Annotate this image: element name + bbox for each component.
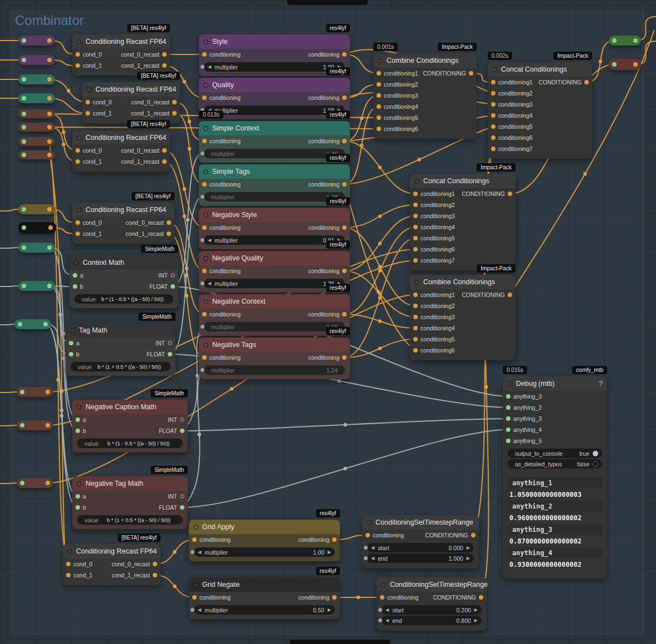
conditioning3-input-dot[interactable]	[413, 214, 418, 218]
conditioning-output-dot[interactable]	[342, 95, 347, 100]
widget-multiplier[interactable]: ◀multiplier1.26▶	[204, 279, 345, 288]
node-conditioning-recast-fp64[interactable]: [BETA] res4lyfConditioning Recast FP64co…	[72, 34, 170, 76]
conditioning-input-dot[interactable]	[192, 595, 197, 600]
conditioning1-input-dot[interactable]	[413, 192, 418, 196]
collapse-dot[interactable]	[203, 299, 208, 304]
collapsed-node-p5[interactable]	[18, 109, 55, 118]
output-slot[interactable]	[46, 390, 50, 394]
anything_3-input-dot[interactable]	[506, 394, 510, 399]
b-input-dot[interactable]	[73, 284, 77, 289]
widget-value[interactable]: valueb * (1 - 0.5 * ((a - 50) / 50))	[77, 439, 183, 448]
node-header[interactable]: Conditioning Recast FP64	[72, 34, 170, 49]
collapse-dot[interactable]	[70, 328, 75, 333]
collapse-dot[interactable]	[414, 179, 419, 184]
collapse-dot[interactable]	[22, 207, 26, 212]
conditioning3-input-dot[interactable]	[413, 315, 418, 319]
node-header[interactable]: Concat Conditionings	[488, 62, 592, 77]
conditioning5-input-dot[interactable]	[413, 236, 418, 240]
node-header[interactable]: Simple Tags	[199, 164, 350, 179]
node-context-math[interactable]: SimpleMathContext MathaINTbFLOATvalueb *…	[69, 255, 178, 308]
collapse-dot[interactable]	[18, 322, 22, 326]
node-conditioningsettimesteprange[interactable]: ConditioningSetTimestepRangeconditioning…	[362, 515, 479, 568]
node-header[interactable]: Combine Conditionings	[373, 53, 477, 68]
conditioning3-input-dot[interactable]	[491, 102, 495, 107]
node-header[interactable]: Negative Tags	[199, 338, 350, 352]
output-slot[interactable]	[47, 207, 52, 212]
collapse-dot[interactable]	[20, 390, 24, 394]
widget-input-dot[interactable]	[201, 65, 204, 69]
output-slot[interactable]	[633, 62, 638, 67]
output-slot[interactable]	[633, 38, 638, 43]
collapse-dot[interactable]	[203, 39, 208, 44]
cond_1-input-dot[interactable]	[66, 573, 71, 577]
conditioning6-input-dot[interactable]	[491, 135, 495, 140]
toggle-knob[interactable]	[593, 451, 598, 456]
stepper-decrement[interactable]: ◀	[198, 550, 201, 555]
collapse-dot[interactable]	[193, 582, 198, 587]
collapse-dot[interactable]	[87, 87, 92, 92]
collapse-dot[interactable]	[203, 213, 208, 218]
collapsed-node-p13[interactable]	[14, 319, 51, 329]
node-header[interactable]: Grid Apply	[189, 520, 340, 534]
conditioning1-input-dot[interactable]	[413, 293, 418, 297]
collapse-dot[interactable]	[77, 405, 82, 410]
collapse-dot[interactable]	[381, 582, 386, 587]
collapse-dot[interactable]	[22, 96, 26, 100]
widget-multiplier[interactable]: ◀multiplier1.00▶	[204, 62, 345, 72]
node-header[interactable]: Negative Caption Math	[72, 400, 188, 414]
widget-input-dot[interactable]	[378, 608, 382, 612]
node-header[interactable]: Negative Context	[199, 294, 350, 309]
widget-input-dot[interactable]	[201, 238, 204, 242]
widget-multiplier[interactable]: ◀multiplier1.08▶	[204, 105, 345, 115]
FLOAT-output-dot[interactable]	[171, 284, 175, 289]
INT-output-dot[interactable]	[180, 494, 184, 499]
conditioning-output-dot[interactable]	[332, 537, 337, 542]
widget-value[interactable]: valueb * (1 + 0.5 * ((a - 50) / 50))	[71, 362, 171, 371]
widget-value[interactable]: valueb * (1 + 0.5 * ((a - 50) / 50))	[77, 515, 183, 525]
widget-multiplier[interactable]: multiplier1.28	[204, 192, 345, 202]
conditioning6-input-dot[interactable]	[413, 348, 418, 353]
cond_0_recast-output-dot[interactable]	[162, 148, 167, 153]
cond_0-input-dot[interactable]	[86, 100, 90, 104]
conditioning-output-dot[interactable]	[342, 269, 347, 273]
node-grid-apply[interactable]: res4lyfGrid Applyconditioningconditionin…	[189, 520, 340, 561]
collapse-dot[interactable]	[367, 520, 372, 525]
node-grid-negate[interactable]: res4lyfGrid Negateconditioningconditioni…	[189, 577, 340, 619]
stepper-decrement[interactable]: ◀	[371, 545, 374, 550]
collapsed-node-p15[interactable]	[17, 420, 53, 430]
conditioning3-input-dot[interactable]	[377, 93, 381, 98]
collapse-dot[interactable]	[22, 225, 26, 230]
output-slot[interactable]	[47, 96, 52, 100]
widget-output_to_console[interactable]: output_to_consoletrue	[508, 449, 602, 458]
FLOAT-output-dot[interactable]	[180, 429, 184, 433]
collapse-dot[interactable]	[378, 58, 383, 63]
conditioning1-input-dot[interactable]	[491, 80, 495, 84]
cond_1-input-dot[interactable]	[76, 232, 80, 236]
node-concat-conditionings[interactable]: 0.002sImpact-PackConcat Conditioningscon…	[488, 62, 592, 159]
widget-multiplier[interactable]: multiplier1.40	[204, 149, 345, 158]
collapsed-node-p2[interactable]	[18, 55, 55, 65]
cond_0-input-dot[interactable]	[76, 52, 80, 57]
stepper-decrement[interactable]: ◀	[208, 281, 211, 286]
node-negative-caption-math[interactable]: SimpleMathNegative Caption MathaINTbFLOA…	[72, 400, 188, 452]
cond_1-input-dot[interactable]	[86, 111, 90, 115]
node-conditioning-recast-fp64[interactable]: [BETA] res4lyfConditioning Recast FP64co…	[63, 544, 161, 585]
conditioning5-input-dot[interactable]	[377, 115, 381, 120]
anything_4-input-dot[interactable]	[506, 427, 510, 432]
collapse-dot[interactable]	[22, 245, 26, 250]
cond_1-input-dot[interactable]	[76, 63, 80, 68]
node-combine-conditionings[interactable]: 0.001sImpact-PackCombine Conditioningsco…	[373, 53, 477, 139]
CONDITIONING-output-dot[interactable]	[508, 192, 512, 196]
help-icon[interactable]: ?	[599, 380, 603, 388]
INT-output-dot[interactable]	[171, 273, 175, 278]
collapsed-node-p12[interactable]	[18, 281, 55, 291]
a-input-dot[interactable]	[73, 273, 77, 278]
collapse-dot[interactable]	[22, 77, 26, 82]
widget-start[interactable]: ◀start0.000▶	[367, 543, 474, 552]
anything_3-input-dot[interactable]	[506, 416, 510, 421]
conditioning-output-dot[interactable]	[342, 355, 347, 360]
collapse-dot[interactable]	[67, 549, 72, 554]
stepper-increment[interactable]: ▶	[467, 545, 470, 550]
a-input-dot[interactable]	[76, 494, 80, 499]
node-debug-mtb[interactable]: 0.015scomfy_mtbDebug (mtb)?anything_3any…	[503, 376, 607, 578]
